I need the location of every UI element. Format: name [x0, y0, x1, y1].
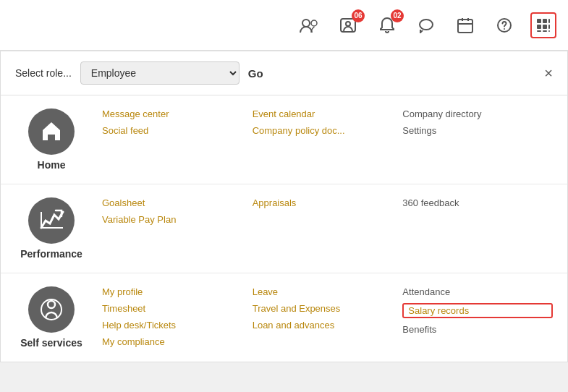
leave-link[interactable]: Leave: [253, 286, 403, 297]
svg-rect-11: [537, 25, 541, 29]
role-select[interactable]: Employee Manager Admin: [80, 61, 240, 85]
self-services-links: My profile Timesheet Help desk/Tickets M…: [102, 286, 553, 347]
grid-icon[interactable]: [530, 12, 556, 38]
home-col-2: Event calendar Company policy doc...: [253, 108, 403, 136]
svg-rect-5: [458, 20, 472, 33]
svg-point-4: [420, 20, 433, 30]
ss-col-1: My profile Timesheet Help desk/Tickets M…: [102, 286, 253, 347]
go-button[interactable]: Go: [248, 67, 263, 80]
self-services-icon: [28, 286, 75, 333]
help-icon[interactable]: [491, 12, 517, 38]
performance-label: Performance: [20, 248, 82, 260]
settings-link[interactable]: Settings: [402, 125, 553, 136]
company-policy-link[interactable]: Company policy doc...: [253, 125, 403, 136]
bell-badge: 02: [391, 9, 404, 22]
perf-col-2: Appraisals: [253, 197, 403, 225]
self-services-label: Self services: [20, 337, 82, 349]
travel-expenses-link[interactable]: Travel and Expenses: [253, 303, 403, 314]
variable-pay-link[interactable]: Variable Pay Plan: [102, 214, 253, 225]
panel-header: Select role... Employee Manager Admin Go…: [1, 51, 567, 95]
performance-links: Goalsheet Variable Pay Plan Appraisals 3…: [102, 197, 553, 225]
svg-point-1: [311, 20, 317, 26]
people-icon[interactable]: [296, 12, 322, 38]
social-feed-link[interactable]: Social feed: [102, 125, 253, 136]
svg-rect-9: [543, 19, 547, 23]
close-button[interactable]: ×: [544, 65, 553, 82]
bell-icon[interactable]: 02: [374, 12, 400, 38]
svg-point-3: [346, 22, 350, 26]
app-menu-panel: Select role... Employee Manager Admin Go…: [0, 51, 568, 362]
feedback-link[interactable]: 360 feedback: [402, 197, 553, 208]
team-badge: 06: [352, 9, 365, 22]
goalsheet-link[interactable]: Goalsheet: [102, 197, 253, 208]
home-links: Message center Social feed Event calenda…: [102, 108, 553, 136]
svg-point-17: [48, 301, 55, 308]
ss-col-3: Attendance Salary records Benefits: [402, 286, 553, 347]
home-label: Home: [38, 159, 66, 171]
performance-section: Performance Goalsheet Variable Pay Plan …: [1, 184, 567, 273]
home-col-1: Message center Social feed: [102, 108, 253, 136]
self-services-section: Self services My profile Timesheet Help …: [1, 273, 567, 362]
svg-point-18: [41, 299, 62, 320]
top-bar: 06 02: [0, 0, 568, 51]
loan-advances-link[interactable]: Loan and advances: [253, 320, 403, 331]
message-center-link[interactable]: Message center: [102, 108, 253, 119]
self-services-icon-col: Self services: [15, 286, 88, 349]
svg-rect-16: [548, 30, 550, 32]
svg-rect-8: [537, 19, 541, 23]
svg-rect-14: [537, 30, 541, 32]
timesheet-link[interactable]: Timesheet: [102, 303, 253, 314]
event-calendar-link[interactable]: Event calendar: [253, 108, 403, 119]
chat-icon[interactable]: [413, 12, 439, 38]
select-role-label: Select role...: [15, 67, 72, 79]
compliance-link[interactable]: My compliance: [102, 336, 253, 347]
svg-rect-13: [548, 25, 550, 29]
performance-icon: [28, 197, 75, 244]
perf-col-1: Goalsheet Variable Pay Plan: [102, 197, 253, 225]
appraisals-link[interactable]: Appraisals: [253, 197, 403, 208]
panel-body: Home Message center Social feed Event ca…: [1, 95, 567, 362]
calendar-icon[interactable]: [452, 12, 478, 38]
svg-rect-12: [543, 25, 547, 29]
attendance-link[interactable]: Attendance: [402, 286, 553, 297]
svg-point-7: [504, 28, 505, 30]
performance-icon-col: Performance: [15, 197, 88, 260]
svg-point-0: [302, 20, 310, 27]
perf-col-3: 360 feedback: [402, 197, 553, 225]
my-profile-link[interactable]: My profile: [102, 286, 253, 297]
home-col-3: Company directory Settings: [402, 108, 553, 136]
salary-records-link[interactable]: Salary records: [402, 303, 553, 318]
home-icon-col: Home: [15, 108, 88, 171]
home-icon: [28, 108, 75, 155]
svg-rect-15: [543, 30, 547, 32]
ss-col-2: Leave Travel and Expenses Loan and advan…: [253, 286, 403, 347]
team-badge-icon[interactable]: 06: [335, 12, 361, 38]
benefits-link[interactable]: Benefits: [402, 324, 553, 335]
company-directory-link[interactable]: Company directory: [402, 108, 553, 119]
helpdesk-link[interactable]: Help desk/Tickets: [102, 320, 253, 331]
home-section: Home Message center Social feed Event ca…: [1, 95, 567, 184]
svg-rect-10: [548, 19, 550, 23]
